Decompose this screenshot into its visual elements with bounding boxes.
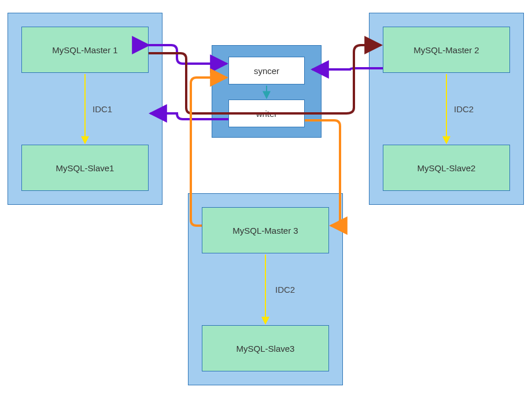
idc2-slave-label: MySQL-Slave2	[418, 163, 476, 173]
syncer-node: syncer	[228, 57, 305, 84]
idc1-slave-node: MySQL-Slave1	[21, 145, 149, 191]
idc1-master-label: MySQL-Master 1	[52, 45, 117, 55]
idc3-slave-node: MySQL-Slave3	[202, 325, 329, 371]
idc1-slave-label: MySQL-Slave1	[56, 163, 114, 173]
idc3-master-node: MySQL-Master 3	[202, 207, 329, 253]
idc2-master-label: MySQL-Master 2	[413, 45, 479, 55]
writer-label: writer	[256, 109, 278, 119]
idc3-slave-label: MySQL-Slave3	[237, 344, 295, 354]
idc3-label: IDC2	[275, 285, 295, 294]
idc2-label: IDC2	[454, 104, 474, 114]
idc2-master-node: MySQL-Master 2	[383, 27, 510, 73]
idc3-master-label: MySQL-Master 3	[232, 226, 298, 235]
idc1-label: IDC1	[93, 104, 112, 114]
idc1-master-node: MySQL-Master 1	[21, 27, 149, 73]
writer-node: writer	[228, 100, 305, 127]
idc2-slave-node: MySQL-Slave2	[383, 145, 510, 191]
syncer-label: syncer	[254, 66, 279, 76]
